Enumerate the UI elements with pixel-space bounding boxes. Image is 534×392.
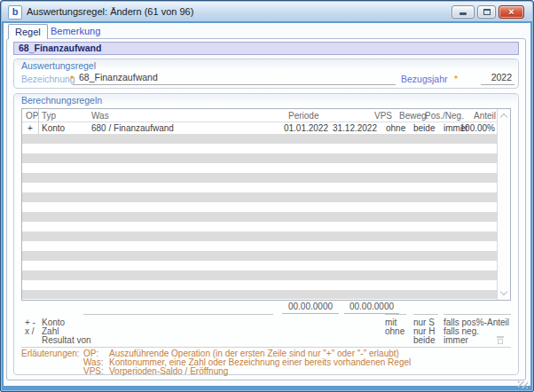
scroll-down-icon[interactable] [500, 288, 507, 295]
dialog-window: b Auswertungsregel: Ändern (61 von 96) ×… [0, 0, 534, 392]
auswertungsregel-group-title: Auswertungsregel [21, 60, 96, 71]
col-typ: Typ [42, 111, 56, 121]
bezugsjahr-required-marker: * [454, 74, 458, 84]
cell-anteil: 100.00% [456, 123, 495, 133]
auswertungsregel-group: Auswertungsregel Bezeichnung * 68_Finanz… [13, 59, 519, 89]
app-icon-letter: b [12, 6, 19, 17]
maximize-icon [483, 9, 491, 15]
erlaeuterungen-label: Erläuterungen: [21, 349, 80, 358]
legend-op-2: x / [25, 326, 35, 336]
bezeichnung-label: Bezeichnung [21, 74, 75, 84]
new-row-was-field[interactable] [83, 314, 273, 315]
delete-icon[interactable] [497, 336, 504, 344]
erlaeuterung-text-vps: Vorperioden-Saldo / Eröffnung [109, 367, 228, 376]
close-icon: × [499, 6, 523, 18]
tab-regel[interactable]: Regel [8, 24, 48, 39]
legend-vps-2: ohne [385, 326, 404, 336]
app-icon: b [8, 5, 22, 20]
erlaeuterung-term-vps: VPS: [83, 367, 104, 376]
cell-periode-von: 01.01.2022 [278, 123, 328, 133]
legend-anteil: %-Anteil [458, 318, 509, 327]
table-scrollbar[interactable] [497, 109, 510, 300]
rules-table-header: OP Typ Was Periode VPS Beweg. Pos./Neg. … [22, 109, 498, 122]
minimize-button[interactable] [452, 5, 475, 19]
legend-was-3: Resultat von [42, 335, 91, 345]
rules-table: OP Typ Was Periode VPS Beweg. Pos./Neg. … [21, 108, 511, 301]
tab-page-panel: 68_Finanzaufwand Auswertungsregel Bezeic… [6, 38, 526, 380]
bezugsjahr-label: Bezugsjahr [401, 74, 448, 84]
bezeichnung-field[interactable]: 68_Finanzaufwand [73, 72, 396, 85]
titlebar[interactable]: b Auswertungsregel: Ändern (61 von 96) × [2, 2, 532, 21]
window-title: Auswertungsregel: Ändern (61 von 96) [27, 6, 193, 17]
datum-von-field[interactable]: 00.00.0000 [282, 302, 339, 314]
col-op: OP [26, 111, 38, 121]
delete-icon-body [498, 339, 503, 344]
scroll-up-icon[interactable] [500, 114, 507, 121]
minimize-icon [459, 12, 467, 15]
bezugsjahr-field[interactable]: 2022 [481, 72, 514, 85]
legend-divider [21, 347, 511, 348]
cell-op: + [27, 123, 33, 133]
close-button[interactable]: × [499, 5, 524, 19]
cell-typ: Konto [42, 123, 65, 133]
maximize-button[interactable] [477, 5, 496, 19]
col-vps: VPS [374, 111, 392, 121]
resize-grip[interactable] [518, 381, 528, 388]
legend-posneg-3: immer [444, 335, 468, 345]
datum-bis-field[interactable]: 00.00.0000 [344, 302, 399, 314]
tab-bemerkung[interactable]: Bemerkung [45, 25, 106, 38]
empty-rows-stripes [22, 134, 498, 299]
col-was: Was [91, 111, 109, 121]
cell-vps: ohne [386, 123, 405, 133]
berechnungsregeln-group-title: Berechnungsregeln [21, 95, 102, 106]
cell-was: 680 / Finanzaufwand [91, 123, 174, 133]
table-row[interactable]: + Konto 680 / Finanzaufwand 01.01.2022 3… [22, 122, 498, 134]
col-periode: Periode [288, 111, 318, 121]
col-anteil: Anteil [457, 111, 496, 121]
cell-periode-bis: 31.12.2022 [328, 123, 377, 133]
new-row-anteil-field[interactable] [463, 314, 511, 315]
new-row-vps-field[interactable] [385, 314, 406, 315]
cell-beweg: beide [413, 123, 435, 133]
delete-icon-lid [497, 336, 504, 338]
berechnungsregeln-group: Berechnungsregeln OP Typ Was Periode VPS… [13, 93, 519, 375]
new-row-beweg-field[interactable] [413, 314, 438, 315]
legend-beweg-3: beide [413, 335, 435, 345]
rule-name-header: 68_Finanzaufwand [13, 42, 519, 55]
